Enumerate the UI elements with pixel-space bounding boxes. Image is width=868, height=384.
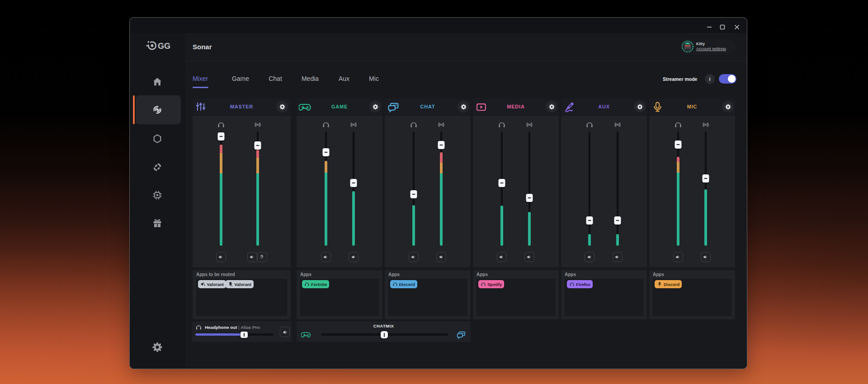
svg-text:GG: GG (158, 42, 170, 51)
